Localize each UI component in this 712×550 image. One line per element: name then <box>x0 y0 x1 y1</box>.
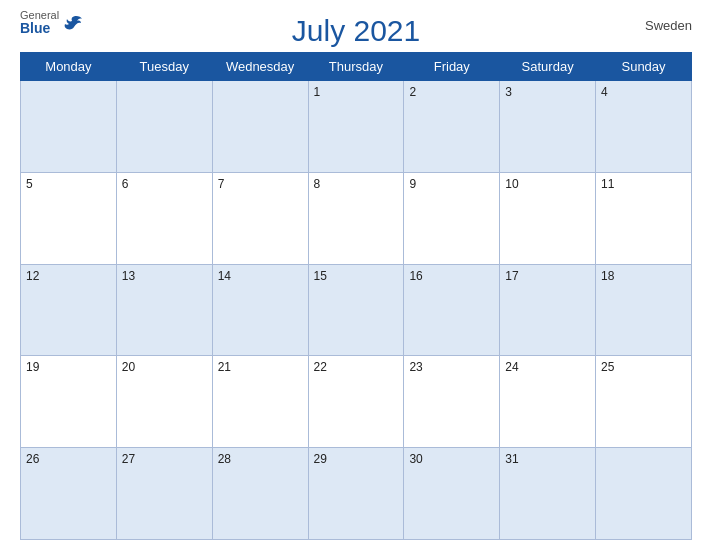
day-number: 5 <box>26 177 33 191</box>
calendar-cell: 27 <box>116 448 212 540</box>
day-header-monday: Monday <box>21 53 117 81</box>
day-number: 27 <box>122 452 135 466</box>
day-number: 8 <box>314 177 321 191</box>
day-header-wednesday: Wednesday <box>212 53 308 81</box>
calendar-cell: 7 <box>212 172 308 264</box>
calendar-cell: 17 <box>500 264 596 356</box>
day-number: 29 <box>314 452 327 466</box>
day-number: 19 <box>26 360 39 374</box>
calendar-cell: 13 <box>116 264 212 356</box>
calendar-cell: 19 <box>21 356 117 448</box>
calendar-cell: 5 <box>21 172 117 264</box>
day-number: 20 <box>122 360 135 374</box>
calendar-cell: 3 <box>500 81 596 173</box>
week-row-3: 12131415161718 <box>21 264 692 356</box>
logo: General Blue <box>20 10 83 35</box>
logo-blue: Blue <box>20 21 59 35</box>
day-number: 18 <box>601 269 614 283</box>
calendar-cell: 1 <box>308 81 404 173</box>
calendar-cell: 30 <box>404 448 500 540</box>
calendar-body: 1234567891011121314151617181920212223242… <box>21 81 692 540</box>
logo-text: General Blue <box>20 10 59 35</box>
day-number: 12 <box>26 269 39 283</box>
day-number: 11 <box>601 177 614 191</box>
day-header-saturday: Saturday <box>500 53 596 81</box>
calendar-cell: 21 <box>212 356 308 448</box>
day-header-tuesday: Tuesday <box>116 53 212 81</box>
day-number: 7 <box>218 177 225 191</box>
calendar-cell: 15 <box>308 264 404 356</box>
month-title: July 2021 <box>292 14 420 48</box>
day-number: 2 <box>409 85 416 99</box>
day-number: 25 <box>601 360 614 374</box>
week-row-2: 567891011 <box>21 172 692 264</box>
day-number: 23 <box>409 360 422 374</box>
calendar-cell: 16 <box>404 264 500 356</box>
day-number: 16 <box>409 269 422 283</box>
logo-bird-icon <box>63 15 83 31</box>
day-number: 31 <box>505 452 518 466</box>
calendar-cell: 20 <box>116 356 212 448</box>
day-number: 9 <box>409 177 416 191</box>
calendar-cell: 18 <box>596 264 692 356</box>
day-headers-row: MondayTuesdayWednesdayThursdayFridaySatu… <box>21 53 692 81</box>
week-row-5: 262728293031 <box>21 448 692 540</box>
calendar-cell <box>212 81 308 173</box>
day-number: 26 <box>26 452 39 466</box>
calendar-cell: 25 <box>596 356 692 448</box>
calendar-cell: 24 <box>500 356 596 448</box>
calendar-cell: 28 <box>212 448 308 540</box>
calendar-cell: 26 <box>21 448 117 540</box>
calendar-cell: 11 <box>596 172 692 264</box>
week-row-4: 19202122232425 <box>21 356 692 448</box>
calendar-cell: 12 <box>21 264 117 356</box>
calendar-cell: 2 <box>404 81 500 173</box>
day-number: 13 <box>122 269 135 283</box>
day-number: 4 <box>601 85 608 99</box>
calendar-cell: 14 <box>212 264 308 356</box>
day-number: 6 <box>122 177 129 191</box>
day-number: 14 <box>218 269 231 283</box>
calendar-cell: 4 <box>596 81 692 173</box>
calendar-cell: 31 <box>500 448 596 540</box>
calendar-cell: 8 <box>308 172 404 264</box>
day-number: 1 <box>314 85 321 99</box>
day-number: 21 <box>218 360 231 374</box>
calendar-cell: 23 <box>404 356 500 448</box>
country-label: Sweden <box>645 18 692 33</box>
day-number: 10 <box>505 177 518 191</box>
day-header-sunday: Sunday <box>596 53 692 81</box>
calendar-table: MondayTuesdayWednesdayThursdayFridaySatu… <box>20 52 692 540</box>
calendar-cell <box>21 81 117 173</box>
calendar-cell: 10 <box>500 172 596 264</box>
calendar-cell <box>116 81 212 173</box>
day-number: 30 <box>409 452 422 466</box>
day-header-thursday: Thursday <box>308 53 404 81</box>
week-row-1: 1234 <box>21 81 692 173</box>
calendar-cell: 9 <box>404 172 500 264</box>
day-number: 22 <box>314 360 327 374</box>
day-number: 24 <box>505 360 518 374</box>
day-number: 17 <box>505 269 518 283</box>
calendar-cell <box>596 448 692 540</box>
calendar-cell: 29 <box>308 448 404 540</box>
day-header-friday: Friday <box>404 53 500 81</box>
calendar-header: General Blue July 2021 Sweden <box>20 10 692 48</box>
day-number: 28 <box>218 452 231 466</box>
day-number: 3 <box>505 85 512 99</box>
calendar-cell: 6 <box>116 172 212 264</box>
day-number: 15 <box>314 269 327 283</box>
calendar-cell: 22 <box>308 356 404 448</box>
